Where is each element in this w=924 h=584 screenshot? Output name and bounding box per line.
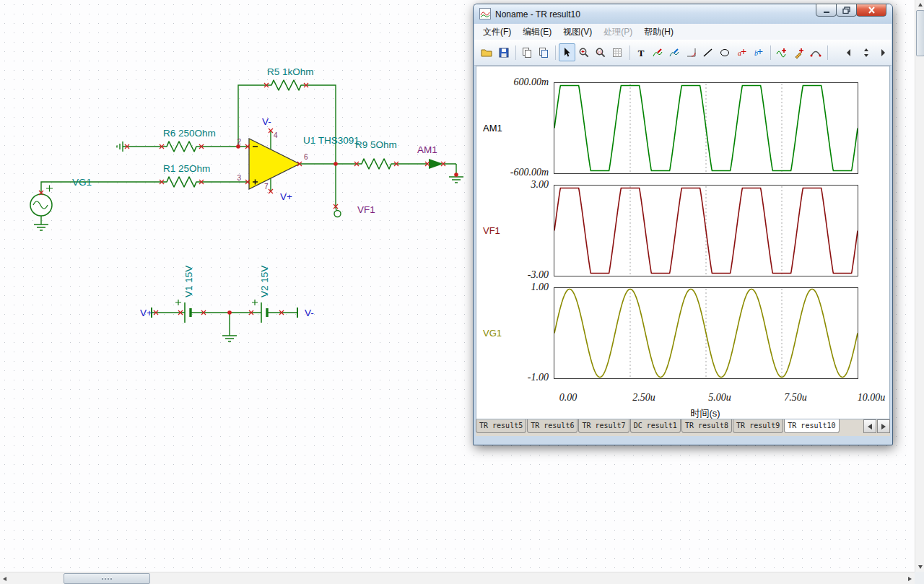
- toolbar-spin-button[interactable]: [858, 43, 873, 61]
- toolbar-marker-a-button[interactable]: a: [733, 43, 749, 61]
- svg-text:a: a: [738, 49, 741, 57]
- paste-icon: [538, 47, 549, 58]
- plot-canvas-AM1[interactable]: [554, 82, 858, 174]
- resistor-R1[interactable]: [162, 177, 201, 187]
- toolbar-interpolate-button[interactable]: [808, 43, 824, 61]
- plot-canvas-VF1[interactable]: [554, 185, 858, 276]
- tr-result-window[interactable]: Noname - TR result10 文件(F)编辑(E)视图(V)处理(P…: [473, 4, 893, 445]
- minimize-button[interactable]: [816, 4, 837, 17]
- battery-V1[interactable]: [175, 300, 191, 323]
- toolbar-marker-b-button[interactable]: b: [751, 43, 767, 61]
- left-arrow-icon: [868, 424, 872, 430]
- toolbar-prev-button[interactable]: [841, 43, 857, 61]
- voltage-pin-VF1[interactable]: [334, 208, 341, 217]
- y-max-label-VF1: 3.00: [479, 179, 549, 191]
- draw-signal-icon: [652, 47, 663, 58]
- toolbar-pen-add-button[interactable]: [790, 43, 806, 61]
- interpolate-icon: [810, 47, 821, 58]
- tab-tr-result10[interactable]: TR result10: [784, 419, 839, 433]
- menu-edit[interactable]: 编辑(E): [517, 24, 557, 40]
- resistor-R6[interactable]: [162, 141, 201, 152]
- toolbar-grid-button[interactable]: [609, 43, 625, 61]
- schematic-label: V+: [140, 308, 152, 318]
- toolbar-next-button[interactable]: [875, 43, 891, 61]
- v2-plus-sign: [252, 300, 258, 305]
- x-tick-label: 7.50u: [767, 392, 824, 404]
- tab-tr-result8[interactable]: TR result8: [681, 419, 732, 433]
- toolbar-zoom-in-button[interactable]: [576, 43, 592, 61]
- maximize-button[interactable]: [836, 4, 857, 17]
- horizontal-scrollbar[interactable]: [0, 572, 915, 584]
- schematic-canvas[interactable]: R5 1kOhmR6 250OhmR1 25OhmU1 THS3091R9 5O…: [0, 0, 476, 570]
- resistor-R9[interactable]: [357, 159, 396, 169]
- y-min-label-VG1: -1.00: [479, 372, 549, 383]
- toolbar-zoom-100-button[interactable]: 1:1: [593, 43, 609, 61]
- toolbar-save-button[interactable]: [495, 43, 511, 61]
- toolbar-copy-button[interactable]: [519, 43, 535, 61]
- tab-tr-result9[interactable]: TR result9: [733, 419, 783, 433]
- toolbar-open-button[interactable]: [479, 43, 494, 61]
- schematic-label: 7: [264, 183, 269, 191]
- schematic-label: 4: [274, 131, 278, 139]
- scroll-up-button[interactable]: [915, 0, 924, 9]
- opamp-U1[interactable]: [249, 139, 300, 189]
- battery-V2[interactable]: [252, 300, 267, 323]
- marker-b-icon: b: [753, 47, 764, 58]
- vertical-scroll-thumb[interactable]: [916, 10, 924, 56]
- save-icon: [498, 47, 510, 58]
- scroll-right-button[interactable]: [905, 572, 915, 584]
- toolbar-add-curve-button[interactable]: [774, 43, 790, 61]
- toolbar-ellipse-button[interactable]: [717, 43, 733, 61]
- menu-help[interactable]: 帮助(H): [638, 24, 679, 40]
- horizontal-scroll-thumb[interactable]: [64, 573, 150, 584]
- toolbar-cursor-button[interactable]: [559, 43, 575, 61]
- up-arrow-icon: [918, 3, 923, 6]
- tab-tr-result5[interactable]: TR result5: [476, 419, 526, 433]
- schematic-label: R5 1kOhm: [267, 66, 314, 77]
- toolbar-separator: [515, 45, 516, 60]
- toolbar-draw-signal-button[interactable]: [650, 43, 666, 61]
- schematic-label: AM1: [417, 144, 437, 155]
- tab-tr-result6[interactable]: TR result6: [527, 419, 578, 433]
- tab-scroll-right-button[interactable]: [877, 419, 890, 433]
- tab-dc-result1[interactable]: DC result1: [630, 419, 681, 433]
- y-max-label-AM1: 600.00m: [479, 77, 549, 88]
- window-titlebar[interactable]: Noname - TR result10: [474, 4, 892, 24]
- resistor-R5[interactable]: [266, 80, 306, 90]
- x-tick-label: 5.00u: [691, 392, 749, 404]
- menu-process[interactable]: 处理(P): [598, 24, 638, 40]
- copy-icon: [521, 47, 533, 58]
- wires[interactable]: [41, 85, 456, 313]
- series-label-AM1: AM1: [483, 122, 502, 133]
- x-axis-ticks: 0.002.50u5.00u7.50u10.00u: [476, 392, 889, 405]
- plot-canvas-VG1[interactable]: [554, 287, 858, 379]
- zoom-in-icon: [578, 47, 590, 58]
- schematic-label: 2: [237, 138, 241, 146]
- schematic-label: R6 250Ohm: [163, 128, 216, 139]
- toolbar-paste-button[interactable]: [536, 43, 552, 61]
- toolbar-line-button[interactable]: [700, 43, 716, 61]
- tab-scroll-left-button[interactable]: [863, 419, 876, 433]
- y-max-label-VG1: 1.00: [479, 282, 549, 293]
- vertical-scrollbar[interactable]: [915, 0, 924, 572]
- close-button[interactable]: [856, 4, 886, 17]
- v1-plus-sign: [175, 300, 181, 305]
- cursor-icon: [561, 47, 572, 58]
- ammeter-AM1[interactable]: [429, 159, 443, 169]
- minimize-icon: [823, 7, 830, 14]
- menu-view[interactable]: 视图(V): [557, 24, 598, 40]
- toolbar-angle-button[interactable]: [683, 43, 699, 61]
- results-tab-bar: TR result5TR result6TR result7DC result1…: [476, 419, 890, 436]
- schematic-label: 3: [237, 174, 241, 182]
- scroll-left-button[interactable]: [0, 572, 9, 584]
- scroll-down-button[interactable]: [915, 562, 924, 572]
- tab-tr-result7[interactable]: TR result7: [578, 419, 629, 433]
- toolbar-edit-signal-button[interactable]: [666, 43, 682, 61]
- y-min-label-AM1: -600.00m: [479, 167, 549, 178]
- angle-icon: [686, 47, 697, 58]
- x-tick-label: 10.00u: [842, 392, 900, 404]
- menu-file[interactable]: 文件(F): [477, 24, 517, 40]
- window-title: Noname - TR result10: [495, 9, 580, 19]
- toolbar-text-button[interactable]: T: [632, 43, 648, 61]
- scrollbar-corner: [915, 572, 924, 584]
